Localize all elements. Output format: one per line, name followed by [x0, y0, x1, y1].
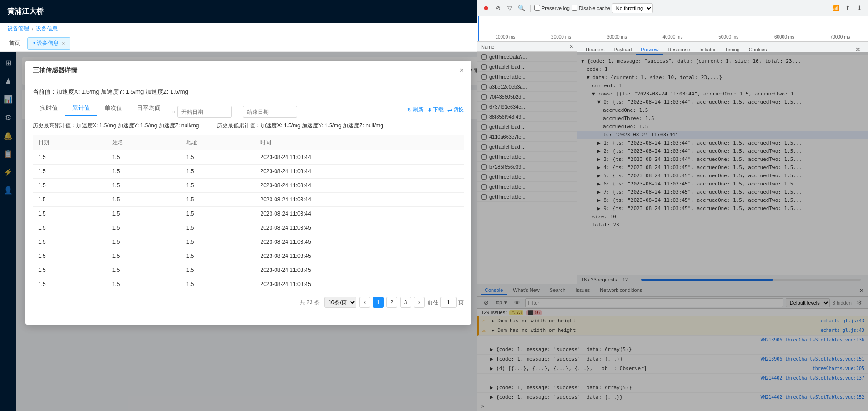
search-icon[interactable]: 🔍 — [517, 3, 527, 13]
tl-60000: 60000 ms — [774, 35, 794, 40]
tl-30000: 30000 ms — [607, 35, 627, 40]
filter-icon[interactable]: ▽ — [505, 3, 515, 13]
preserve-log-label: Preserve log — [542, 5, 570, 11]
disable-cache-input[interactable] — [572, 5, 577, 11]
detail-tabs: Headers Payload Preview Response Initiat… — [577, 42, 868, 52]
network-list-header: Name ✕ — [477, 42, 577, 52]
detail-close-icon[interactable]: ✕ — [852, 44, 864, 52]
close-detail-icon[interactable]: ✕ — [569, 44, 573, 50]
tab-device-info-label: • 设备信息 — [33, 40, 59, 47]
tab-response[interactable]: Response — [663, 45, 695, 52]
breadcrumb-device-info: 设备信息 — [36, 25, 58, 33]
tl-40000: 40000 ms — [663, 35, 683, 40]
tab-initiator[interactable]: Initiator — [695, 45, 720, 52]
app-logo: 黄浦江大桥 — [7, 7, 44, 16]
name-header: Name — [481, 44, 494, 50]
tl-20000: 20000 ms — [551, 35, 571, 40]
network-panel: Name ✕ getThreeData?...getTableHead...ge… — [477, 42, 868, 52]
separator-2 — [657, 5, 657, 12]
devtools-panel: ⏺ ⊘ ▽ 🔍 Preserve log Disable cache No th… — [477, 0, 868, 52]
timeline: 10000 ms 20000 ms 30000 ms 40000 ms 5000… — [477, 16, 868, 42]
tab-preview[interactable]: Preview — [636, 45, 663, 52]
tab-device-info[interactable]: • 设备信息 × — [27, 37, 70, 50]
disable-cache-checkbox[interactable]: Disable cache — [572, 5, 610, 11]
preserve-log-checkbox[interactable]: Preserve log — [534, 5, 570, 11]
throttling-select[interactable]: No throttling — [612, 3, 653, 13]
tab-payload[interactable]: Payload — [609, 45, 637, 52]
network-icon[interactable]: 📶 — [831, 3, 841, 13]
tab-headers[interactable]: Headers — [581, 45, 609, 52]
dt-toolbar-right: 📶 ⬆ ⬇ — [831, 3, 864, 13]
timeline-labels: 10000 ms 20000 ms 30000 ms 40000 ms 5000… — [477, 33, 868, 41]
tl-10000: 10000 ms — [495, 35, 515, 40]
record-icon[interactable]: ⏺ — [481, 3, 491, 13]
tab-close-icon[interactable]: × — [62, 41, 65, 46]
tab-home[interactable]: 首页 — [4, 38, 25, 49]
separator-1 — [530, 5, 531, 12]
breadcrumb-device-manage[interactable]: 设备管理 — [7, 25, 29, 33]
devtools-toolbar: ⏺ ⊘ ▽ 🔍 Preserve log Disable cache No th… — [477, 0, 868, 16]
download-icon[interactable]: ⬇ — [854, 3, 864, 13]
upload-icon[interactable]: ⬆ — [843, 3, 853, 13]
clear-icon[interactable]: ⊘ — [493, 3, 503, 13]
tab-timing[interactable]: Timing — [720, 45, 744, 52]
tl-70000: 70000 ms — [830, 35, 850, 40]
network-list: Name ✕ getThreeData?...getTableHead...ge… — [477, 42, 577, 52]
timeline-marker — [478, 16, 479, 41]
tab-cookies[interactable]: Cookies — [744, 45, 772, 52]
preserve-log-input[interactable] — [534, 5, 540, 11]
request-detail: Headers Payload Preview Response Initiat… — [577, 42, 868, 52]
disable-cache-label: Disable cache — [579, 5, 610, 11]
tl-50000: 50000 ms — [718, 35, 738, 40]
